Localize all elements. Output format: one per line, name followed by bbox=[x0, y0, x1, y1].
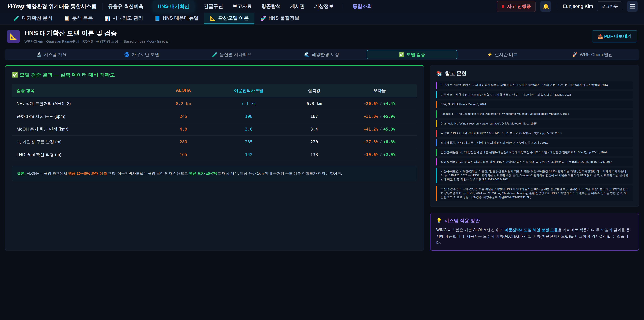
main-menu-item[interactable]: HNS·대기확산 bbox=[153, 1, 194, 12]
pdf-export-button[interactable]: 📥 PDF 내보내기 bbox=[592, 30, 637, 43]
reference-item: 김창겸·이문진 외, "해양산업시설 배출 위험유해물질(HNS)의 해양확산 … bbox=[436, 149, 633, 156]
references-panel: 📚 참고 문헌 이문진 외, "해양 HNS 사고 시 대기확산 예측을 위한 … bbox=[430, 65, 639, 207]
main-menu-item[interactable]: 긴급구난 bbox=[204, 3, 223, 10]
section-tab-label: 물질별 시나리오 bbox=[220, 52, 251, 58]
model-error: +5.9% bbox=[383, 127, 395, 132]
main-menu-item[interactable]: 보고자료 bbox=[232, 3, 252, 10]
section-tab[interactable]: 🧪물질별 시나리오 bbox=[187, 50, 277, 59]
app-root: Wing 해양환경 위기대응 통합시스템 유출유 확산예측HNS·대기확산긴급구… bbox=[0, 0, 644, 251]
section-tab-label: 모델 검증 bbox=[406, 52, 425, 58]
table-row: MeOH 증기 확산 면적 (km²)4.83.63.4+41.2%/+5.9% bbox=[12, 123, 417, 136]
error-rate: +31.0%/+5.9% bbox=[347, 114, 412, 119]
measured-value: 3.4 bbox=[282, 127, 347, 132]
tab-icon: ⚡ bbox=[487, 52, 492, 57]
sub-nav-tab[interactable]: 📋분석 목록 bbox=[58, 13, 98, 24]
sub-nav-tab[interactable]: 📐확산모델 이론 bbox=[204, 13, 254, 24]
tab-icon: 📐 bbox=[210, 16, 216, 21]
reference-item: 박경애·이진호·박재진·김태성·이문진, "인공위성 원격탐사 기반 AI 활용… bbox=[436, 168, 633, 183]
right-column: 📚 참고 문헌 이문진 외, "해양 HNS 사고 시 대기확산 예측을 위한 … bbox=[430, 65, 639, 251]
system-application-body: WING 시스템은 기본 ALOHA 엔진 위에 이문진박사모델 해양 보정 모… bbox=[436, 227, 633, 246]
system-application-title: 💡 시스템 적용 방안 bbox=[436, 217, 633, 224]
page-title: HNS 대기확산 모델 이론 및 검증 bbox=[24, 29, 170, 38]
tab-icon: 🧬 bbox=[260, 16, 266, 21]
main-menu-item[interactable]: 게시판 bbox=[290, 3, 305, 10]
model-error: +2.9% bbox=[383, 152, 395, 157]
divider bbox=[102, 3, 102, 10]
conclusion-text: 경향. 이문진박사모델은 해양 보정 인자 적용으로 bbox=[107, 171, 189, 176]
sub-nav-tab-label: 시나리오 관리 bbox=[112, 15, 143, 22]
main-menu-item[interactable]: 기상정보 bbox=[314, 3, 334, 10]
conclusion-text: 결론: bbox=[17, 171, 26, 176]
tab-icon: 🔬 bbox=[36, 52, 42, 57]
sub-nav-tab-label: HNS 대응매뉴얼 bbox=[163, 15, 198, 22]
section-tab[interactable]: 🔬시스템 개요 bbox=[6, 50, 96, 59]
error-separator: / bbox=[378, 114, 383, 119]
model-error: +6.8% bbox=[383, 140, 395, 144]
sub-nav-tab-label: HNS 물질정보 bbox=[268, 15, 299, 22]
sub-nav-tab-label: 분석 목록 bbox=[72, 15, 93, 22]
section-tab[interactable]: 🌊해양환경 보정 bbox=[277, 50, 367, 59]
error-separator: / bbox=[378, 101, 383, 106]
table-row: H₂ 가연성 구름 반경 (m)280235220+27.3%/+6.8% bbox=[12, 136, 417, 148]
reference-item: Charnock, H., "Wind stress on a water su… bbox=[436, 120, 633, 128]
aloha-error: +41.2% bbox=[364, 127, 378, 132]
conclusion-text: ALOHA는 해양 환경에서 bbox=[26, 171, 68, 176]
reference-item: 유영현, "HNS 재난사고에 대한 해양경찰의 대응 방안", 한국위기관리논… bbox=[436, 129, 633, 137]
error-rate: +19.6%/+2.9% bbox=[347, 152, 412, 157]
section-tab[interactable]: ⚡실시간 비교 bbox=[457, 50, 548, 59]
sub-nav-tab[interactable]: 🧪대기확산 분석 bbox=[8, 13, 58, 24]
sub-nav-tab[interactable]: 🧬HNS 물질정보 bbox=[254, 13, 305, 24]
page-header: 📐 HNS 대기확산 모델 이론 및 검증 WRF-Chem · Gaussia… bbox=[0, 25, 644, 48]
col-header-aloha: ALOHA bbox=[150, 88, 216, 93]
section-tab-label: 가우시안 모델 bbox=[132, 52, 159, 58]
main-menu-item[interactable]: 유출유 확산예측 bbox=[108, 3, 144, 10]
divider bbox=[557, 3, 557, 10]
row-item-label: 풍하 1km 지점 농도 (ppm) bbox=[16, 114, 150, 119]
notifications-button[interactable]: 🔔 bbox=[540, 1, 551, 12]
brand-title: 해양환경 위기대응 통합시스템 bbox=[26, 3, 96, 10]
validation-panel-title: ✅ 모델 검증 결과 — 실측 데이터 대비 정확도 bbox=[12, 72, 417, 78]
table-row: NH₃ 최대 도달거리 (AEGL-2)8.2 km7.1 km6.8 km+2… bbox=[12, 97, 417, 110]
aloha-value: 280 bbox=[150, 139, 216, 144]
section-tab[interactable]: ✅모델 검증 bbox=[366, 50, 457, 59]
table-row: LNG Pool 확산 직경 (m)165142138+19.6%/+2.9% bbox=[12, 148, 417, 161]
page-icon-tile: 📐 bbox=[7, 30, 20, 43]
error-rate: +41.2%/+5.9% bbox=[347, 127, 412, 132]
menu-button[interactable]: ☰ bbox=[627, 1, 638, 12]
hamburger-icon: ☰ bbox=[630, 3, 635, 10]
triangle-ruler-icon: 📐 bbox=[10, 33, 17, 40]
section-tab[interactable]: 🌀가우시안 모델 bbox=[96, 50, 187, 59]
section-tab-label: 해양환경 보정 bbox=[312, 52, 339, 58]
main-menu-item[interactable]: 통합조회 bbox=[353, 3, 372, 10]
tab-icon: ✅ bbox=[399, 52, 404, 57]
main-menu-item[interactable]: 항공탐색 bbox=[262, 3, 281, 10]
measured-value: 138 bbox=[282, 152, 347, 157]
tab-icon: 🚀 bbox=[572, 52, 578, 57]
aloha-error: +27.3% bbox=[364, 140, 378, 144]
logout-button[interactable]: 로그아웃 bbox=[597, 2, 622, 11]
references-title: 📚 참고 문헌 bbox=[436, 70, 633, 77]
error-separator: / bbox=[378, 127, 383, 132]
status-dot-icon bbox=[502, 5, 504, 8]
bell-icon: 🔔 bbox=[542, 3, 549, 10]
validation-table-header: 검증 항목 ALOHA 이문진박사모델 실측값 오차율 bbox=[12, 84, 417, 97]
tab-icon: 🧪 bbox=[212, 52, 217, 57]
tab-icon: 🌊 bbox=[304, 52, 310, 57]
row-item-label: MeOH 증기 확산 면적 (km²) bbox=[16, 126, 150, 132]
aloha-value: 165 bbox=[150, 152, 216, 157]
error-separator: / bbox=[378, 152, 383, 157]
error-rate: +20.6%/+4.4% bbox=[347, 101, 412, 106]
conclusion-note: 결론: ALOHA는 해양 환경에서 평균 20~40% 과대 예측 경향. 이… bbox=[12, 166, 417, 181]
reference-item: 이문진 외, "친환경 선박연료 해양 유출 시 대기확산 특성 연구 — 암모… bbox=[436, 91, 633, 99]
reference-item: Pasquill, F., "The Estimation of the Dis… bbox=[436, 110, 633, 118]
error-rate: +27.3%/+6.8% bbox=[347, 140, 412, 144]
sub-nav: 🧪대기확산 분석📋분석 목록📊시나리오 관리📘HNS 대응매뉴얼📐확산모델 이론… bbox=[0, 13, 644, 25]
validation-panel: ✅ 모델 검증 결과 — 실측 데이터 대비 정확도 검증 항목 ALOHA 이… bbox=[5, 65, 424, 251]
reference-item: 이문진 외, "해양 HNS 사고 시 대기확산 예측을 위한 가우시안 모델의… bbox=[436, 81, 633, 89]
pdf-export-label: PDF 내보내기 bbox=[604, 34, 632, 39]
sub-nav-tab[interactable]: 📘HNS 대응매뉴얼 bbox=[149, 13, 204, 24]
sub-nav-tab[interactable]: 📊시나리오 관리 bbox=[98, 13, 149, 24]
tab-icon: 📊 bbox=[104, 16, 110, 21]
row-item-label: H₂ 가연성 구름 반경 (m) bbox=[16, 139, 150, 145]
section-tab[interactable]: 🚀WRF-Chem 발전 bbox=[548, 50, 638, 59]
